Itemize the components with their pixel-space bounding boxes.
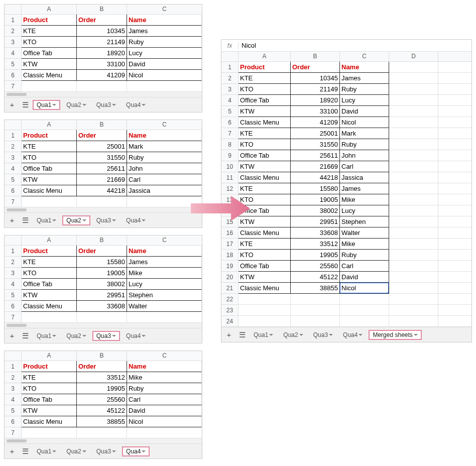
empty-cell[interactable] <box>389 172 438 183</box>
empty-cell[interactable] <box>438 305 471 316</box>
col-header-c[interactable]: C <box>127 351 202 361</box>
cell-product[interactable]: KTE <box>22 372 77 383</box>
header-name[interactable]: Name <box>127 246 202 257</box>
formula-bar[interactable]: Nicol <box>239 42 256 49</box>
row-header[interactable]: 1 <box>221 62 239 73</box>
empty-cell[interactable] <box>438 150 471 161</box>
row-header[interactable]: 5 <box>5 405 22 416</box>
cell-name[interactable]: Mike <box>127 268 202 279</box>
cell-product[interactable]: Classic Menu <box>22 301 77 312</box>
empty-cell[interactable] <box>127 312 202 323</box>
col-header-c[interactable]: C <box>127 120 202 130</box>
cell-order[interactable]: 19005 <box>291 194 340 205</box>
row-header[interactable]: 6 <box>5 70 22 81</box>
row-header[interactable]: 10 <box>221 161 239 172</box>
empty-cell[interactable] <box>77 196 127 207</box>
cell-name[interactable]: James <box>340 73 389 84</box>
cell-order[interactable]: 33608 <box>291 227 340 239</box>
row-header[interactable]: 21 <box>221 283 239 294</box>
empty-cell[interactable] <box>389 106 438 117</box>
cell-order[interactable]: 25560 <box>291 261 340 272</box>
empty-cell[interactable] <box>438 283 471 294</box>
row-header[interactable]: 1 <box>5 130 22 141</box>
row-header[interactable]: 1 <box>5 246 22 257</box>
col-header-a[interactable]: A <box>22 236 77 245</box>
empty-cell[interactable] <box>389 117 438 128</box>
cell-order[interactable]: 21669 <box>77 174 127 185</box>
cell-name[interactable]: Nicol <box>127 416 202 427</box>
empty-cell[interactable] <box>438 216 471 227</box>
cell-product[interactable]: KTE <box>239 73 291 84</box>
row-header[interactable]: 6 <box>5 301 22 312</box>
cell-order[interactable]: 41209 <box>291 117 340 128</box>
header-order[interactable]: Order <box>77 246 127 257</box>
scrollbar[interactable] <box>5 323 202 328</box>
cell-product[interactable]: KTO <box>22 152 77 163</box>
cell-name[interactable]: Mike <box>340 194 389 205</box>
empty-cell[interactable] <box>389 294 438 305</box>
row-header[interactable]: 16 <box>221 227 239 239</box>
cell-name[interactable]: Ruby <box>127 383 202 394</box>
cell-order[interactable]: 15580 <box>77 257 127 268</box>
col-header-a[interactable]: A <box>22 120 77 130</box>
cell-product[interactable]: KTW <box>239 272 291 283</box>
empty-cell[interactable] <box>389 84 438 95</box>
cell-name[interactable]: Walter <box>340 227 389 239</box>
empty-cell[interactable] <box>438 272 471 283</box>
empty-cell[interactable] <box>239 305 291 316</box>
tab-qua1[interactable]: Qua1 <box>250 330 277 340</box>
empty-cell[interactable] <box>438 62 471 73</box>
cell-order[interactable]: 10345 <box>77 26 127 37</box>
cell-name[interactable]: John <box>340 150 389 161</box>
tab-q3[interactable]: Qua3 <box>92 215 120 225</box>
empty-cell[interactable] <box>389 139 438 150</box>
empty-cell[interactable] <box>438 239 471 250</box>
header-order[interactable]: Order <box>77 361 127 372</box>
cell-product[interactable]: KTO <box>239 250 291 261</box>
empty-cell[interactable] <box>438 261 471 272</box>
tab-q2[interactable]: Qua2 <box>62 331 90 341</box>
cell-order[interactable]: 33100 <box>77 59 127 70</box>
cell-product[interactable]: Classic Menu <box>239 117 291 128</box>
tab-q4[interactable]: Qua4 <box>122 215 150 225</box>
empty-cell[interactable] <box>291 294 340 305</box>
cell-name[interactable]: David <box>127 405 202 416</box>
tab-q1[interactable]: Qua1 <box>33 100 60 110</box>
empty-cell[interactable] <box>438 139 471 150</box>
tab-q2[interactable]: Qua2 <box>62 446 90 456</box>
cell-order[interactable]: 25611 <box>77 163 127 174</box>
row-header[interactable]: 24 <box>221 316 239 327</box>
cell-name[interactable]: Jassica <box>340 172 389 183</box>
empty-cell[interactable] <box>77 427 127 438</box>
row-header[interactable]: 4 <box>5 279 22 290</box>
empty-cell[interactable] <box>127 81 202 92</box>
add-sheet-button[interactable]: + <box>7 100 18 109</box>
add-sheet-button[interactable]: + <box>7 331 18 340</box>
tab-q2[interactable]: Qua2 <box>62 215 90 225</box>
add-sheet-button[interactable]: + <box>223 330 234 339</box>
cell-product[interactable]: KTW <box>22 290 77 301</box>
cell-order[interactable]: 31550 <box>291 139 340 150</box>
tab-q1[interactable]: Qua1 <box>33 446 60 456</box>
cell-product[interactable]: KTW <box>22 59 77 70</box>
empty-cell[interactable] <box>340 305 389 316</box>
cell-product[interactable]: KTO <box>239 139 291 150</box>
tab-merged[interactable]: Merged sheets <box>369 330 421 340</box>
cell-name[interactable]: Lucy <box>340 95 389 106</box>
row-header[interactable]: 11 <box>221 172 239 183</box>
all-sheets-button[interactable]: ☰ <box>20 100 31 109</box>
cell-order[interactable]: 25560 <box>77 394 127 405</box>
cell-order[interactable]: 38002 <box>77 279 127 290</box>
cell-name[interactable]: David <box>340 106 389 117</box>
tab-q1[interactable]: Qua1 <box>33 331 60 341</box>
row-header[interactable]: 4 <box>5 48 22 59</box>
row-header[interactable]: 4 <box>221 95 239 106</box>
cell-product[interactable]: Office Tab <box>22 279 77 290</box>
cell-product[interactable]: KTE <box>239 128 291 139</box>
empty-cell[interactable] <box>291 305 340 316</box>
col-header-b[interactable]: B <box>77 236 127 245</box>
row-header[interactable]: 5 <box>5 174 22 185</box>
header-name[interactable]: Name <box>340 62 389 73</box>
empty-cell[interactable] <box>389 305 438 316</box>
cell-name[interactable]: Carl <box>340 261 389 272</box>
